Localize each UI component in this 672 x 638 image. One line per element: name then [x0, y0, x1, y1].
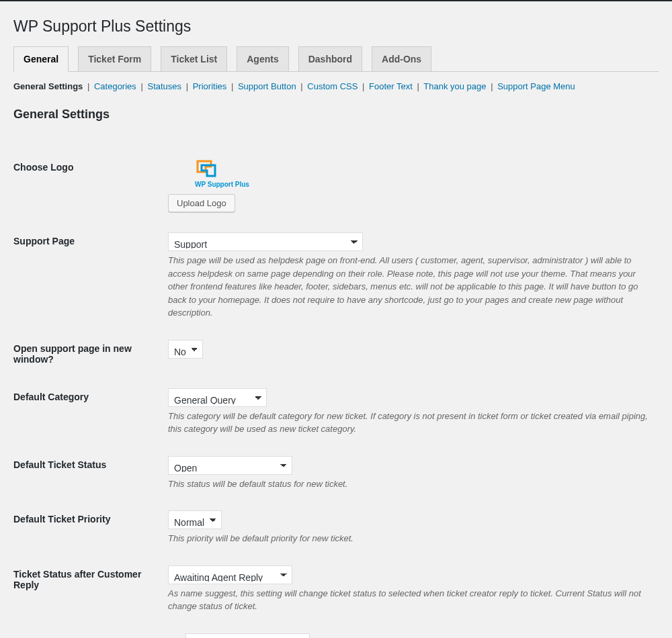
open-new-window-select[interactable]: No — [168, 340, 203, 359]
tab-ticket-form[interactable]: Ticket Form — [78, 46, 151, 71]
subnav-support-page-menu[interactable]: Support Page Menu — [497, 81, 575, 91]
logo-preview: WP Support Plus — [195, 158, 249, 189]
tab-addons[interactable]: Add-Ons — [372, 46, 431, 71]
default-category-label: Default Category — [13, 378, 161, 446]
default-priority-label: Default Ticket Priority — [13, 500, 161, 555]
status-after-reply-desc: As name suggest, this setting will chang… — [168, 587, 652, 613]
subnav-statuses[interactable]: Statuses — [147, 81, 181, 91]
tab-general[interactable]: General — [13, 46, 69, 72]
subnav: General Settings | Categories | Statuses… — [13, 81, 659, 91]
default-status-label: Default Ticket Status — [13, 446, 161, 501]
tab-ticket-list[interactable]: Ticket List — [161, 46, 227, 71]
section-title: General Settings — [13, 107, 659, 122]
page-title: WP Support Plus Settings — [13, 17, 659, 36]
default-status-desc: This status will be default status for n… — [168, 477, 652, 491]
choose-logo-label: Choose Logo — [13, 148, 161, 222]
open-new-window-label: Open support page in new window? — [13, 330, 161, 378]
tab-agents[interactable]: Agents — [237, 46, 288, 71]
main-tabs: General Ticket Form Ticket List Agents D… — [13, 46, 659, 72]
allow-close-label: Allow Customer to Close Ticket — [13, 623, 161, 639]
default-category-select[interactable]: General Query — [168, 388, 267, 407]
status-after-reply-select[interactable]: Awaiting Agent Reply — [168, 565, 292, 584]
tab-dashboard[interactable]: Dashbord — [298, 46, 362, 71]
subnav-priorities[interactable]: Priorities — [193, 81, 227, 91]
subnav-footer-text[interactable]: Footer Text — [369, 81, 413, 91]
default-status-select[interactable]: Open — [168, 456, 292, 475]
default-category-desc: This category will be default category f… — [168, 410, 652, 436]
default-priority-desc: This priority will be default priority f… — [168, 532, 652, 545]
support-page-desc: This page will be used as helpdesk page … — [168, 254, 652, 320]
subnav-support-button[interactable]: Support Button — [238, 81, 296, 91]
subnav-general-settings[interactable]: General Settings — [13, 81, 83, 91]
default-priority-select[interactable]: Normal — [168, 510, 222, 529]
logo-brand-text: WP Support Plus — [195, 181, 249, 188]
support-page-select[interactable]: Support — [168, 232, 363, 251]
wp-support-plus-logo-icon — [195, 158, 218, 179]
support-page-label: Support Page — [13, 222, 161, 330]
subnav-custom-css[interactable]: Custom CSS — [307, 81, 358, 91]
upload-logo-button[interactable]: Upload Logo — [168, 194, 235, 212]
allow-close-select[interactable]: Closed — [185, 633, 310, 639]
subnav-categories[interactable]: Categories — [94, 81, 136, 91]
status-after-reply-label: Ticket Status after Customer Reply — [13, 555, 161, 623]
subnav-thank-you[interactable]: Thank you page — [423, 81, 486, 91]
